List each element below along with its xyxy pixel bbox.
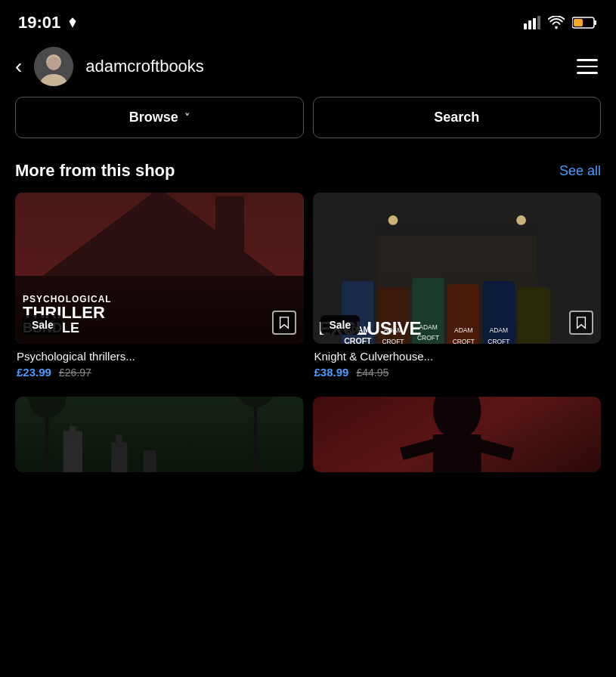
see-all-link[interactable]: See all (559, 163, 601, 179)
hamburger-line-3 (577, 72, 598, 74)
product-card-3-partial[interactable] (15, 397, 304, 472)
product-image-3-partial (15, 397, 304, 472)
nav-left: ‹ adamcroftbooks (15, 47, 204, 86)
hamburger-line-1 (577, 59, 598, 61)
bookmark-svg-2 (575, 316, 587, 329)
search-button[interactable]: Search (313, 97, 602, 138)
partial-card-4-svg (313, 397, 602, 472)
product-info-1: Psychological thrillers... £23.99 £26.97 (15, 344, 304, 382)
product-image-1: PSYCHOLOGICAL THRILLER BUNDLE Sale (15, 193, 304, 344)
svg-rect-21 (215, 196, 244, 261)
svg-point-27 (388, 215, 398, 225)
chevron-down-icon: ˅ (184, 112, 190, 124)
product-grid-row2 (0, 397, 616, 487)
product-image-2: ADAM CROFT ADAM CROFT ADAM CROFT ADAM CR… (313, 193, 602, 344)
status-icons (524, 16, 598, 29)
product-info-2: Knight & Culverhouse... £38.99 £44.95 (313, 344, 602, 382)
price-original-2: £44.95 (356, 366, 388, 379)
browse-button[interactable]: Browse ˅ (15, 97, 304, 138)
svg-rect-0 (524, 23, 527, 29)
location-icon (67, 17, 79, 29)
product-title-2: Knight & Culverhouse... (314, 350, 600, 363)
signal-icon (524, 16, 540, 29)
product-card-1[interactable]: PSYCHOLOGICAL THRILLER BUNDLE Sale Psych… (15, 193, 304, 382)
bookmark-icon-1 (272, 311, 296, 335)
svg-rect-6 (574, 19, 583, 26)
bookmark-container-1[interactable] (272, 311, 296, 335)
price-current-2: £38.99 (314, 366, 349, 379)
svg-rect-3 (537, 16, 540, 29)
svg-rect-50 (116, 434, 122, 447)
svg-rect-1 (528, 20, 531, 29)
avatar-image (34, 47, 73, 86)
price-original-1: £26.97 (59, 366, 91, 379)
battery-icon (572, 16, 598, 29)
back-button[interactable]: ‹ (15, 56, 22, 77)
svg-rect-48 (63, 431, 82, 436)
product-image-4-partial (313, 397, 602, 472)
product-title-1: Psychological thrillers... (17, 350, 302, 363)
svg-rect-46 (63, 434, 82, 472)
product-prices-1: £23.99 £26.97 (17, 366, 302, 379)
svg-point-28 (516, 215, 526, 225)
status-bar: 19:01 (0, 0, 616, 42)
section-header: More from this shop See all (0, 153, 616, 193)
thriller-text: PSYCHOLOGICAL THRILLER BUNDLE (23, 294, 296, 335)
svg-rect-59 (432, 434, 481, 472)
hamburger-line-2 (577, 66, 598, 68)
sale-badge-1: Sale (23, 315, 63, 335)
avatar (34, 47, 73, 86)
svg-rect-51 (144, 450, 156, 472)
bookmark-svg-1 (278, 316, 290, 329)
status-time: 19:01 (18, 13, 79, 32)
svg-text:CROFT: CROFT (488, 338, 509, 344)
section-title: More from this shop (15, 161, 175, 181)
nav-bar: ‹ adamcroftbooks (0, 42, 616, 97)
sale-badge-2: Sale (320, 315, 361, 335)
svg-rect-5 (594, 20, 596, 25)
username-label: adamcroftbooks (85, 57, 204, 76)
exclusive-text: EXCLUSIVE (319, 320, 596, 338)
svg-rect-2 (533, 18, 536, 29)
bookmark-container-2[interactable] (569, 311, 593, 335)
bookmark-icon-2 (569, 311, 593, 335)
product-card-4-partial[interactable] (313, 397, 602, 472)
product-card-2[interactable]: ADAM CROFT ADAM CROFT ADAM CROFT ADAM CR… (313, 193, 602, 382)
svg-text:CROFT: CROFT (452, 338, 474, 344)
action-buttons: Browse ˅ Search (0, 97, 616, 153)
price-current-1: £23.99 (17, 366, 51, 379)
product-prices-2: £38.99 £44.95 (314, 366, 600, 379)
svg-point-10 (47, 57, 60, 70)
wifi-icon (548, 16, 565, 29)
hamburger-button[interactable] (574, 56, 601, 77)
partial-card-3-svg (15, 397, 304, 472)
product-grid: PSYCHOLOGICAL THRILLER BUNDLE Sale Psych… (0, 193, 616, 397)
